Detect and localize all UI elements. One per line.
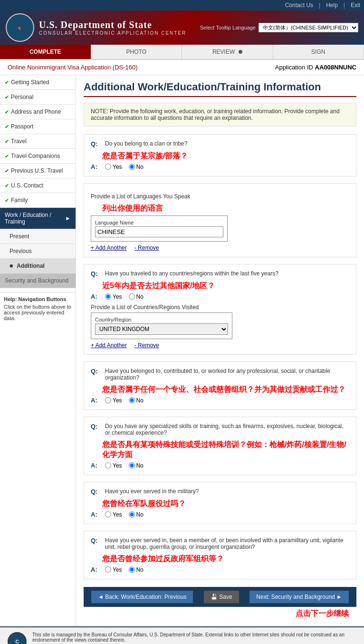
tab-complete[interactable]: COMPLETE — [0, 45, 91, 59]
q5-answer-row: A: Yes No — [91, 462, 349, 469]
sidebar-item-address[interactable]: ✔ Address and Phone — [0, 105, 76, 119]
sidebar-item-label: Address and Phone — [11, 108, 61, 115]
country-section: Provide a List of Countries/Regions Visi… — [91, 304, 349, 349]
sidebar-item-label: U.S. Contact — [11, 182, 43, 189]
tab-photo[interactable]: PHOTO — [91, 45, 182, 59]
sidebar-item-passport[interactable]: ✔ Passport — [0, 119, 76, 134]
dept-main-title: U.S. Department of State — [39, 20, 186, 30]
tab-review[interactable]: REVIEW — [182, 45, 273, 59]
country-select[interactable]: UNITED KINGDOM UNITED STATES CHINA FRANC… — [95, 323, 228, 335]
add-country-link[interactable]: + Add Another — [91, 342, 127, 349]
help-text: Click on the buttons above to access pre… — [4, 304, 72, 321]
sidebar-item-additional[interactable]: ■ Additional — [0, 259, 76, 273]
q4-yes-option[interactable]: Yes — [105, 397, 122, 404]
sidebar-item-work-edu[interactable]: Work / Education / Training ► — [0, 208, 76, 229]
add-language-link[interactable]: + Add Another — [91, 244, 127, 251]
back-button[interactable]: ◄ Back: Work/Education: Previous — [91, 591, 193, 603]
q6-yes-radio[interactable] — [105, 511, 111, 517]
q6-answer-row: A: Yes No — [91, 511, 349, 518]
q5-no-radio[interactable] — [129, 462, 135, 468]
bullet-icon: ■ — [10, 263, 13, 269]
department-name: U.S. Department of State CONSULAR ELECTR… — [39, 20, 186, 36]
q3-radio-group: Yes No — [105, 293, 144, 300]
footer-seal-icon: C — [8, 632, 27, 644]
sidebar-item-us-contact[interactable]: ✔ U.S. Contact — [0, 178, 76, 193]
q2-chinese: 列出你使用的语言 — [102, 204, 349, 214]
q6-no-label: No — [136, 511, 144, 518]
next-hint: 点击下一步继续 — [84, 607, 356, 621]
q7-yes-option[interactable]: Yes — [105, 566, 122, 573]
q5-yes-radio[interactable] — [105, 462, 111, 468]
remove-country-link[interactable]: - Remove — [134, 342, 159, 349]
lang-table-section: Provide a List of Languages You Speak 列出… — [91, 193, 349, 251]
sidebar-item-label: Travel Companions — [11, 153, 60, 159]
sidebar-item-getting-started[interactable]: ✔ Getting Started — [0, 75, 76, 90]
q6-no-radio[interactable] — [129, 511, 135, 517]
check-icon: ✔ — [5, 183, 9, 189]
q1-chinese: 您是否属于某宗族/部落？ — [102, 151, 349, 161]
q7-yes-radio[interactable] — [105, 566, 111, 573]
ds160-link[interactable]: Online Nonimmigrant Visa Application (DS… — [8, 64, 138, 71]
check-icon: ✔ — [5, 94, 9, 100]
q7-no-radio[interactable] — [129, 566, 135, 573]
q6-no-option[interactable]: No — [129, 511, 144, 518]
q5-no-label: No — [136, 462, 144, 469]
sidebar-item-prev-us-travel[interactable]: ✔ Previous U.S. Travel — [0, 164, 76, 178]
sidebar-item-label: Previous U.S. Travel — [11, 167, 63, 174]
question-block-org: Q: Have you belonged to, contributed to,… — [84, 361, 356, 410]
q1-yes-option[interactable]: Yes — [105, 164, 122, 170]
q1-yes-radio[interactable] — [105, 164, 111, 170]
application-info: Online Nonimmigrant Visa Application (DS… — [0, 60, 364, 75]
sidebar-item-family[interactable]: ✔ Family — [0, 193, 76, 208]
q3-yes-label: Yes — [113, 293, 122, 300]
q5-yes-option[interactable]: Yes — [105, 462, 122, 469]
q7-no-option[interactable]: No — [129, 566, 144, 573]
sidebar-item-security[interactable]: Security and Background — [0, 273, 76, 288]
remove-language-link[interactable]: - Remove — [134, 244, 159, 251]
question-block-military: Q: Have you ever served in the military?… — [84, 482, 356, 524]
next-button[interactable]: Next: Security and Background ► — [249, 591, 349, 603]
q3-yes-option[interactable]: Yes — [105, 293, 122, 300]
q5-yes-label: Yes — [113, 462, 122, 469]
sidebar-item-personal[interactable]: ✔ Personal — [0, 90, 76, 105]
exit-link[interactable]: Exit — [351, 2, 360, 9]
q3-no-radio[interactable] — [129, 293, 135, 300]
q3-no-option[interactable]: No — [129, 293, 144, 300]
q4-answer-row: A: Yes No — [91, 397, 349, 404]
q4-no-radio[interactable] — [129, 397, 135, 403]
q5-no-option[interactable]: No — [129, 462, 144, 469]
app-id-container: Application ID AA008NNUNC — [275, 64, 356, 71]
tab-sign[interactable]: SIGN — [273, 45, 364, 59]
language-select[interactable]: 中文(简体）(CHINESE-SIMPLIFIED) — [259, 23, 358, 32]
sidebar-item-label: Present — [10, 233, 29, 240]
lang-field-label: Language Name — [95, 220, 223, 225]
q7-answer-row: A: Yes No — [91, 566, 349, 573]
q4-no-label: No — [136, 397, 144, 404]
footer-main-text: This site is managed by the Bureau of Co… — [32, 632, 345, 643]
note-text: NOTE: Provide the following work, educat… — [91, 108, 340, 121]
sidebar-item-present[interactable]: Present — [0, 229, 76, 244]
q3-chinese: 近5年内是否去过其他国家/地区？ — [102, 281, 349, 291]
sidebar-item-previous[interactable]: Previous — [0, 244, 76, 259]
q1-no-radio[interactable] — [129, 164, 135, 170]
q1-no-option[interactable]: No — [129, 164, 144, 170]
save-button[interactable]: 💾 Save — [204, 591, 239, 603]
sidebar-item-travel-companions[interactable]: ✔ Travel Companions — [0, 149, 76, 164]
contact-us-link[interactable]: Contact Us — [285, 2, 313, 9]
page-footer: C This site is managed by the Bureau of … — [0, 626, 364, 644]
language-name-input[interactable] — [95, 226, 223, 237]
question-block-skills: Q: Do you have any specialized skills or… — [84, 417, 356, 475]
sidebar-item-travel[interactable]: ✔ Travel — [0, 134, 76, 149]
app-id-value: AA008NNUNC — [315, 64, 356, 71]
a7-label: A: — [91, 566, 102, 573]
q4-label: Q: — [91, 368, 102, 381]
q6-yes-option[interactable]: Yes — [105, 511, 122, 518]
q3-yes-radio[interactable] — [105, 293, 111, 300]
note-box: NOTE: Provide the following work, educat… — [84, 103, 356, 127]
q4-yes-radio[interactable] — [105, 397, 111, 403]
q4-no-option[interactable]: No — [129, 397, 144, 404]
a3-label: A: — [91, 293, 102, 300]
help-link[interactable]: Help — [326, 2, 338, 9]
tooltip-lang-label: Select Tooltip Language — [200, 25, 256, 30]
q1-answer-row: A: Yes No — [91, 163, 349, 170]
